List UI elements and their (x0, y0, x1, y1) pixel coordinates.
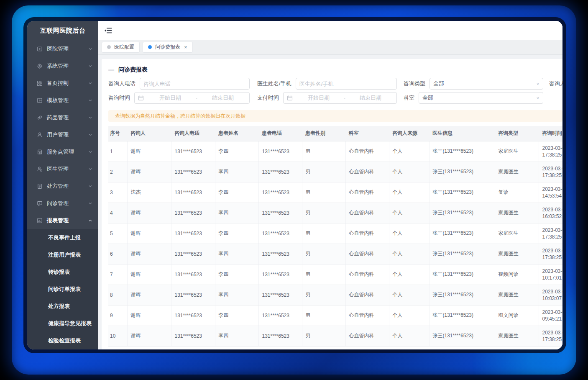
cell-type: 家庭医生 (495, 223, 539, 244)
cell-type: 复诊 (495, 182, 539, 203)
cell-consult-time: 2023-03-014:53:54 (539, 182, 562, 203)
cell-department: 心血管内科 (345, 162, 389, 182)
sidebar-item-4[interactable]: 药品管理 (27, 109, 98, 126)
cell-patient: 李四 (215, 285, 258, 305)
cell-source: 个人 (389, 141, 429, 162)
sidebar-item-3[interactable]: 模板管理 (27, 92, 98, 109)
notice-banner: 查询数据为自然月结算金额，跨月结算的数据归在次月数据 (108, 110, 562, 122)
pay-time-daterange[interactable]: 开始日期 - 结束日期 (283, 92, 397, 104)
cell-consultant_phone: 131****6523 (171, 223, 215, 244)
sidebar-subitem-2[interactable]: 转诊报表 (27, 263, 98, 280)
consult-type-select[interactable]: 全部 ∨ (429, 78, 543, 90)
end-date-placeholder: 结束日期 (200, 94, 246, 102)
cell-consultant: 沈杰 (127, 182, 171, 203)
sidebar-subitem-3[interactable]: 问诊订单报表 (27, 280, 98, 298)
app-title: 互联网医院后台 (27, 21, 98, 40)
cell-consult-time: 2023-03-009:45:21 (539, 305, 562, 326)
sidebar-menu: 医院管理系统管理首页控制模板管理药品管理用户管理服务点管理医生管理处方管理问诊管… (27, 40, 98, 349)
cell-doctor: 张三(131****6523) (429, 244, 495, 264)
sidebar-item-7[interactable]: 医生管理 (27, 160, 98, 177)
date-separator: - (341, 95, 348, 101)
cell-type: 图文问诊 (495, 305, 539, 326)
table-row: 6谢晖131****6523李四131****6523男心血管内科个人张三(13… (108, 244, 562, 264)
cell-consultant: 谢晖 (127, 223, 171, 244)
cell-patient_phone: 131****6523 (258, 326, 302, 346)
consult-date: 2023-03-0 (542, 165, 563, 172)
collapse-sidebar-icon[interactable] (104, 27, 112, 34)
department-select[interactable]: 全部 ∨ (419, 92, 543, 104)
consult-time: 10:17:01 (542, 275, 563, 281)
cell-source: 个人 (389, 162, 429, 182)
sidebar-item-8[interactable]: 处方管理 (27, 177, 98, 195)
table-row: 7谢晖131****6523李四131****6523男心血管内科个人张三(13… (108, 264, 562, 285)
cell-doctor: 张三(131****6523) (429, 305, 495, 326)
consult-time: 16:03:52 (542, 213, 563, 220)
table-row: 9谢晖131****6523李四131****6523男心血管内科个人张三(13… (108, 305, 562, 326)
chevron-down-icon (88, 64, 92, 68)
cell-department: 心血管内科 (345, 223, 389, 244)
sidebar-item-9[interactable]: 问诊管理 (27, 195, 98, 212)
sidebar-subitem-4[interactable]: 处方报表 (27, 298, 98, 315)
sidebar-item-2[interactable]: 首页控制 (27, 74, 98, 92)
cell-gender: 男 (302, 244, 345, 264)
chevron-down-icon (88, 81, 92, 85)
tab-label: 问诊费报表 (155, 44, 180, 51)
cell-patient_phone: 131****6523 (258, 285, 302, 305)
stage: 互联网医院后台 医院管理系统管理首页控制模板管理药品管理用户管理服务点管理医生管… (0, 0, 588, 380)
cell-type: 家庭医生 (495, 203, 539, 223)
consult-date: 2023-03-0 (542, 329, 563, 336)
sidebar-item-1[interactable]: 系统管理 (27, 57, 98, 74)
cell-consultant: 谢晖 (127, 244, 171, 264)
tab-1[interactable]: 问诊费报表× (143, 42, 193, 53)
sidebar-subitem-0[interactable]: 不良事件上报 (27, 229, 98, 246)
chevron-down-icon: ∨ (536, 82, 539, 86)
column-header: 医生信息 (429, 126, 495, 141)
filter-consultant-phone: 咨询人电话 (108, 78, 250, 90)
sidebar-submenu: 不良事件上报注册用户报表转诊报表问诊订单报表处方报表健康指导意见报表检验检查报表 (27, 229, 98, 349)
cell-patient_phone: 131****6523 (258, 223, 302, 244)
cell-no: 4 (108, 203, 127, 223)
cell-gender: 男 (302, 285, 345, 305)
cell-source: 个人 (389, 182, 429, 203)
cell-department: 心血管内科 (345, 264, 389, 285)
sidebar-item-label: 医院管理 (47, 45, 88, 53)
cell-source: 个人 (389, 203, 429, 223)
doctor-icon (37, 166, 43, 172)
report-table: 序号咨询人咨询人电话患者姓名患者电话患者性别科室咨询人来源医生信息咨询类型咨询时… (108, 126, 562, 347)
column-header: 患者电话 (258, 126, 302, 141)
consult-time: 09:45:21 (542, 316, 563, 322)
sidebar-item-5[interactable]: 用户管理 (27, 126, 98, 143)
cell-source: 个人 (389, 264, 429, 285)
cell-consultant_phone: 131****6523 (171, 203, 215, 223)
filter-label: 医生姓名/手机 (257, 80, 291, 87)
sidebar-item-6[interactable]: 服务点管理 (27, 143, 98, 160)
cell-consultant: 谢晖 (127, 285, 171, 305)
sidebar-subitem-6[interactable]: 检验检查报表 (27, 332, 98, 349)
sidebar-subitem-5[interactable]: 健康指导意见报表 (27, 315, 98, 332)
tab-status-dot (107, 45, 111, 49)
sidebar-item-0[interactable]: 医院管理 (27, 40, 98, 57)
tab-0[interactable]: 医院配置 (102, 42, 140, 53)
filter-row-1: 咨询人电话 医生姓名/手机 咨询类型 全部 ∨ 咨询人 (108, 77, 562, 90)
cell-patient_phone: 131****6523 (258, 264, 302, 285)
page-title: 问诊费报表 (118, 66, 148, 74)
cell-consult-time: 2023-03-010:03:07 (539, 285, 562, 305)
gear-icon (37, 63, 43, 69)
collapse-dash-icon[interactable]: — (108, 67, 114, 73)
cell-patient_phone: 131****6523 (258, 305, 302, 326)
cell-consultant_phone: 131****6523 (171, 264, 215, 285)
cell-patient: 李四 (215, 264, 258, 285)
consultant-phone-input[interactable] (143, 81, 246, 87)
end-date-placeholder: 结束日期 (348, 94, 393, 102)
calendar-icon (287, 95, 293, 101)
consult-time-daterange[interactable]: 开始日期 - 结束日期 (134, 92, 250, 104)
sidebar-item-label: 系统管理 (47, 62, 88, 70)
close-tab-icon[interactable]: × (184, 44, 187, 50)
doctor-name-input[interactable] (299, 81, 393, 87)
filter-consult-time: 咨询时间 开始日期 - 结束日期 (108, 92, 250, 104)
sidebar-item-10[interactable]: 报表管理 (27, 212, 98, 229)
topbar (98, 21, 562, 40)
chevron-down-icon (88, 98, 92, 103)
clipped-filter-label: 咨询人 (549, 80, 562, 87)
sidebar-subitem-1[interactable]: 注册用户报表 (27, 246, 98, 263)
